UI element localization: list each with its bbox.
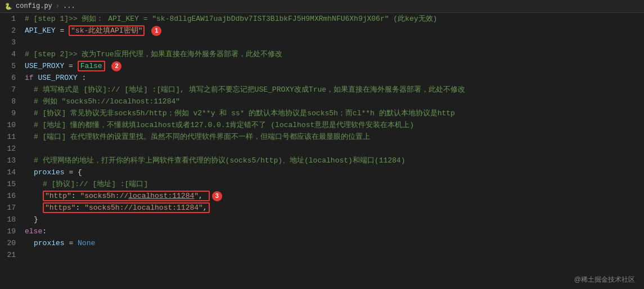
line-6: if USE_PROXY : xyxy=(25,72,644,84)
line-10: # [地址] 懂的都懂，不懂就填localhost或者127.0.0.1肯定错不… xyxy=(25,119,644,131)
line-2: API_KEY = "sk-此处填API密钥" 1 xyxy=(25,25,644,37)
line-8: # 例如 "socks5h://localhost:11284" xyxy=(25,96,644,107)
watermark: @稀土掘金技术社区 xyxy=(574,275,635,285)
line-17: "https": "socks5h://localhost:11284", xyxy=(25,202,644,214)
line-11: # [端口] 在代理软件的设置里找。虽然不同的代理软件界面不一样，但端口号都应该… xyxy=(25,131,644,143)
line-21 xyxy=(25,249,644,261)
line-7: # 填写格式是 [协议]:// [地址] :[端口], 填写之前不要忘记把USE… xyxy=(25,84,644,96)
file-icon: 🐍 xyxy=(4,3,12,10)
line-3 xyxy=(25,37,644,48)
line-4: # [step 2]>> 改为True应用代理，如果直接在海外服务器部署，此处不… xyxy=(25,48,644,60)
line-20: proxies = None xyxy=(25,237,644,249)
code-container: 1 2 3 4 5 6 7 8 9 10 11 12 13 14 15 16 1… xyxy=(0,13,644,283)
line-14: proxies = { xyxy=(25,166,644,178)
line-5: USE_PROXY = False 2 xyxy=(25,60,644,72)
line-18: } xyxy=(25,214,644,225)
ellipsis: ... xyxy=(63,2,75,10)
title-bar: 🐍 config.py › ... xyxy=(0,0,644,13)
code-lines: # [step 1]>> 例如： API_KEY = "sk-8dllgEAW1… xyxy=(22,13,644,283)
line-15: # [协议]:// [地址] :[端口] xyxy=(25,178,644,190)
line-13: # 代理网络的地址，打开你的科学上网软件查看代理的协议(socks5/http)… xyxy=(25,155,644,166)
line-1: # [step 1]>> 例如： API_KEY = "sk-8dllgEAW1… xyxy=(25,13,644,25)
line-19: else: xyxy=(25,225,644,237)
line-16: "http": "socks5h://localhost:11284", 3 xyxy=(25,190,644,202)
filename: config.py xyxy=(16,2,52,10)
line-numbers: 1 2 3 4 5 6 7 8 9 10 11 12 13 14 15 16 1… xyxy=(0,13,22,283)
separator: › xyxy=(56,2,60,10)
line-12 xyxy=(25,143,644,155)
line-9: # [协议] 常见协议无非socks5h/http；例如 v2**y 和 ss*… xyxy=(25,107,644,119)
